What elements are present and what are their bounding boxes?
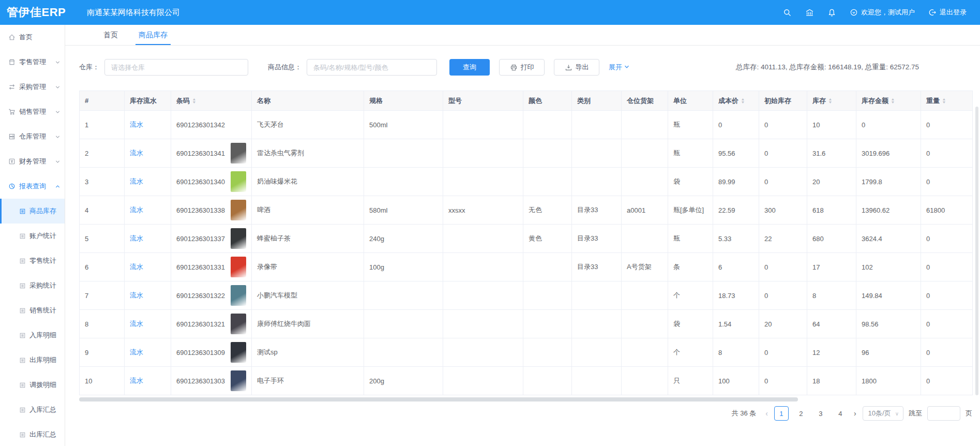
bank-icon[interactable]	[805, 8, 814, 17]
product-thumbnail[interactable]	[231, 143, 246, 163]
sidebar-subitem[interactable]: 调拨明细	[0, 373, 65, 397]
page-number-4[interactable]: 4	[833, 406, 848, 421]
stock-flow-link[interactable]: 流水	[130, 263, 143, 271]
sidebar-subitem-label: 入库明细	[29, 331, 56, 340]
home-icon	[8, 34, 16, 41]
sidebar-subitem[interactable]: 出库明细	[0, 348, 65, 373]
column-header[interactable]: 库存▲▼	[807, 91, 856, 111]
product-thumbnail[interactable]	[231, 370, 246, 391]
sidebar-item-sales[interactable]: 销售管理	[0, 99, 65, 124]
product-thumbnail[interactable]	[231, 200, 246, 220]
page-number-3[interactable]: 3	[813, 406, 828, 421]
next-page-button[interactable]: ›	[853, 409, 857, 418]
product-thumbnail[interactable]	[231, 314, 246, 334]
stock-flow-link[interactable]: 流水	[130, 121, 143, 128]
column-header: 类别	[572, 91, 622, 111]
export-button[interactable]: 导出	[554, 59, 599, 76]
column-header[interactable]: 重量▲▼	[921, 91, 973, 111]
sidebar-subitem[interactable]: 商品库存	[0, 199, 65, 224]
column-header[interactable]: 成本价▲▼	[713, 91, 759, 111]
sidebar-subitem[interactable]: 采购统计	[0, 273, 65, 298]
stock-flow-link[interactable]: 流水	[130, 348, 143, 356]
sidebar-subitem[interactable]: 销售统计	[0, 298, 65, 323]
sidebar-item-purchase[interactable]: 采购管理	[0, 75, 65, 99]
product-thumbnail[interactable]	[231, 228, 246, 249]
sidebar-subitem[interactable]: 出库汇总	[0, 422, 65, 446]
cell-name: 雷达杀虫气雾剂	[252, 139, 364, 168]
user-menu[interactable]: 欢迎您，测试用户	[850, 8, 915, 17]
chevron-down-icon	[55, 158, 61, 166]
cell-barcode: 6901236301309	[171, 338, 252, 367]
cell-color	[523, 310, 572, 338]
product-thumbnail[interactable]	[231, 342, 246, 363]
chevron-down-icon	[624, 64, 630, 71]
stock-flow-link[interactable]: 流水	[130, 177, 143, 185]
cell-category: 目录33	[572, 196, 622, 225]
sidebar-subitem[interactable]: 入库明细	[0, 323, 65, 348]
print-button[interactable]: 打印	[499, 59, 545, 76]
cell-weight: 0	[921, 168, 973, 196]
vertical-scrollbar[interactable]	[975, 107, 978, 395]
page-number-2[interactable]: 2	[794, 406, 808, 421]
search-icon[interactable]	[783, 8, 792, 17]
stock-flow-link[interactable]: 流水	[130, 234, 143, 242]
warehouse-select[interactable]	[104, 59, 248, 76]
sidebar-item-retail[interactable]: 零售管理	[0, 50, 65, 75]
stock-flow-link[interactable]: 流水	[130, 320, 143, 328]
stock-flow-link[interactable]: 流水	[130, 206, 143, 214]
cell-spec	[364, 310, 443, 338]
search-button[interactable]: 查询	[449, 59, 490, 76]
product-thumbnail[interactable]	[231, 285, 246, 306]
cell-cost: 5.33	[713, 225, 759, 253]
cell-link: 流水	[125, 310, 171, 338]
stock-flow-link[interactable]: 流水	[130, 377, 143, 384]
jump-page-input[interactable]	[927, 406, 960, 421]
product-info-input[interactable]	[307, 59, 437, 76]
cell-weight: 0	[921, 225, 973, 253]
cell-model	[443, 225, 523, 253]
logout-button[interactable]: 退出登录	[928, 8, 967, 17]
cell-amount: 96	[856, 338, 921, 367]
tab[interactable]: 首页	[95, 25, 126, 45]
stock-flow-link[interactable]: 流水	[130, 291, 143, 299]
sidebar-item-label: 销售管理	[19, 107, 46, 116]
barcode-value: 6901236301337	[176, 235, 225, 243]
cell-spec	[364, 338, 443, 367]
tab-bar: 首页商品库存	[65, 25, 980, 46]
barcode-value: 6901236301342	[176, 121, 225, 129]
sort-caret-icon[interactable]: ▲▼	[891, 98, 895, 104]
stock-flow-link[interactable]: 流水	[130, 149, 143, 157]
product-thumbnail[interactable]	[231, 257, 246, 277]
sidebar-subitem[interactable]: 入库汇总	[0, 397, 65, 422]
cell-spec	[364, 168, 443, 196]
cell-shelf	[622, 310, 668, 338]
cell-unit: 袋	[668, 168, 713, 196]
sidebar-item-home[interactable]: 首页	[0, 25, 65, 50]
product-thumbnail[interactable]	[231, 171, 246, 192]
sidebar-item-finance[interactable]: 财务管理	[0, 149, 65, 174]
sidebar-item-warehouse[interactable]: 仓库管理	[0, 124, 65, 149]
sidebar-item-report[interactable]: 报表查询	[0, 174, 65, 199]
sort-caret-icon[interactable]: ▲▼	[741, 98, 745, 104]
prev-page-button[interactable]: ‹	[764, 409, 769, 418]
column-header[interactable]: 条码▲▼	[171, 91, 252, 111]
table-row: 4流水6901236301338啤酒580mlxxsxx无色目录33a0001瓶…	[80, 196, 973, 225]
sort-caret-icon[interactable]: ▲▼	[192, 98, 196, 104]
sidebar-subitem[interactable]: 账户统计	[0, 224, 65, 248]
cell-unit: 只	[668, 367, 713, 395]
export-label: 导出	[576, 63, 589, 72]
horizontal-scrollbar[interactable]	[79, 397, 798, 402]
expand-link[interactable]: 展开	[609, 63, 630, 72]
sort-caret-icon[interactable]: ▲▼	[828, 98, 832, 104]
sort-caret-icon[interactable]: ▲▼	[942, 98, 946, 104]
column-header-label: 条码	[176, 97, 190, 105]
chevron-down-icon	[55, 59, 61, 67]
page-number-1[interactable]: 1	[774, 406, 789, 421]
sidebar-subitem[interactable]: 零售统计	[0, 248, 65, 273]
cell-link: 流水	[125, 168, 171, 196]
page-size-select[interactable]: 10条/页∨	[863, 406, 903, 421]
bell-icon[interactable]	[827, 8, 836, 17]
cell-barcode: 6901236301341	[171, 139, 252, 168]
tab[interactable]: 商品库存	[130, 25, 176, 45]
column-header[interactable]: 库存金额▲▼	[856, 91, 921, 111]
